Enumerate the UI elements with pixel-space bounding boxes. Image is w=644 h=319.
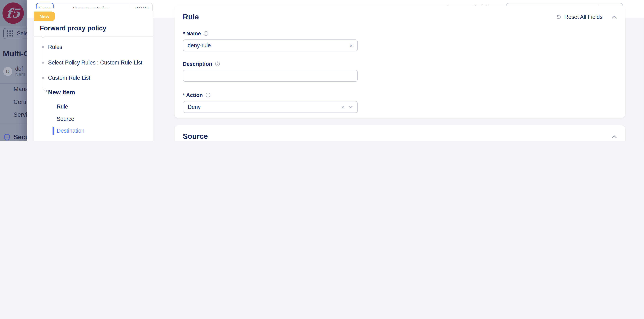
active-step-indicator	[52, 127, 54, 135]
action-select[interactable]: Deny ×	[183, 101, 358, 113]
step-dot	[42, 62, 44, 64]
new-badge: New	[34, 12, 55, 21]
namespace-selector[interactable]: D def Nam	[3, 66, 25, 77]
rule-section-title: Rule	[183, 13, 199, 22]
sidebar-item-services[interactable]: Servi	[14, 111, 27, 118]
select-service-button[interactable]: Sele	[3, 28, 27, 39]
notch	[41, 34, 46, 38]
sidebar-title: Multi-C	[3, 49, 27, 58]
shield-icon	[3, 134, 11, 141]
step-new-item[interactable]: New Item	[48, 89, 75, 96]
caret-right-icon	[46, 90, 48, 92]
chevron-down-icon[interactable]	[348, 106, 353, 108]
substep-destination[interactable]: Destination	[57, 128, 84, 134]
step-custom-rule-list[interactable]: Custom Rule List	[48, 75, 90, 81]
stepper-title: Forward proxy policy	[40, 25, 106, 32]
action-value: Deny	[188, 104, 338, 110]
substep-rule[interactable]: Rule	[57, 104, 68, 110]
chevron-up-icon[interactable]	[612, 135, 617, 138]
namespace-subtitle: Nam	[15, 72, 25, 77]
rule-section: Rule Reset All Fields	[175, 6, 625, 118]
step-dot	[42, 46, 44, 48]
reset-icon	[555, 14, 562, 20]
sidebar-item-certificates[interactable]: Certi	[14, 98, 26, 105]
form-column: Rule Reset All Fields	[175, 6, 625, 141]
clear-action-icon[interactable]: ×	[341, 104, 345, 110]
info-icon[interactable]	[203, 31, 208, 36]
avatar: D	[3, 67, 12, 76]
description-input[interactable]	[183, 70, 358, 82]
apps-grid-icon	[7, 30, 14, 36]
chevron-up-icon[interactable]	[612, 16, 617, 19]
forward-proxy-policy-drawer: Form Documentation JSON Reset All Fields…	[27, 0, 644, 141]
divider	[0, 124, 27, 124]
name-field-label: * Name	[183, 30, 617, 36]
info-icon[interactable]	[215, 61, 220, 66]
sidebar-item-manage[interactable]: Mana	[14, 86, 27, 92]
divider	[34, 36, 153, 36]
left-sidebar: f5 Sele Multi-C D def Nam Mana Certi Ser…	[0, 0, 27, 141]
action-field-label: * Action	[183, 92, 617, 98]
rule-reset-all-fields-button[interactable]: Reset All Fields	[555, 14, 602, 20]
divider	[0, 83, 27, 84]
description-value[interactable]	[188, 73, 353, 79]
screen: f5 Sele Multi-C D def Nam Mana Certi Ser…	[0, 0, 644, 141]
substep-source[interactable]: Source	[57, 116, 74, 122]
source-section-title: Source	[183, 132, 208, 141]
substep-destination-port[interactable]: Destination Port	[57, 140, 96, 141]
logo-tile[interactable]: f5	[0, 0, 26, 26]
select-service-label: Sele	[17, 30, 27, 36]
rule-reset-label: Reset All Fields	[564, 14, 602, 20]
name-input[interactable]: deny-rule ×	[183, 40, 358, 52]
wizard-stepper-panel: New Forward proxy policy Rules Select Po…	[34, 8, 153, 141]
namespace-name: def	[15, 66, 25, 72]
clear-name-icon[interactable]: ×	[350, 42, 353, 48]
step-dot	[42, 77, 44, 79]
description-field-label: Description	[183, 61, 617, 67]
info-icon[interactable]	[205, 92, 210, 98]
name-value: deny-rule	[188, 42, 346, 48]
step-select-policy-rules[interactable]: Select Policy Rules : Custom Rule List	[48, 60, 142, 66]
f5-logo-icon: f5	[2, 2, 24, 24]
source-section: Source * Select Connection Source	[175, 125, 625, 141]
step-rules[interactable]: Rules	[48, 44, 62, 50]
sidebar-section-security[interactable]: Secu	[14, 134, 27, 141]
